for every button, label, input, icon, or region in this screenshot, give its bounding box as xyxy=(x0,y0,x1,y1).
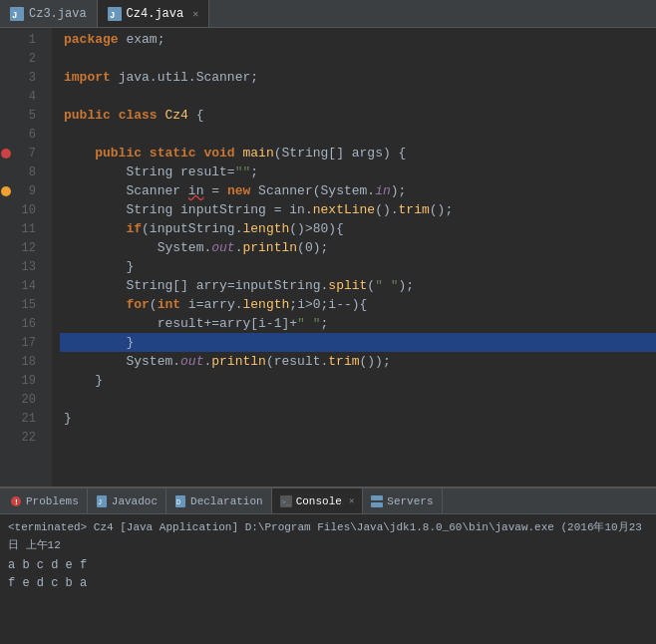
tab-cz3-label: Cz3.java xyxy=(29,7,87,21)
line-number-row: 22 xyxy=(0,428,52,447)
panel-tab-bar: ! Problems J Javadoc D Declaration xyxy=(0,488,656,514)
line-number: 21 xyxy=(12,412,40,426)
javadoc-icon: J xyxy=(96,495,108,507)
java-file-icon: J xyxy=(10,7,24,21)
tab-cz3[interactable]: J Cz3.java xyxy=(0,0,98,27)
line-number-row: 18 xyxy=(0,352,52,371)
line-number: 15 xyxy=(12,298,40,312)
tab-cz4-label: Cz4.java xyxy=(127,7,184,21)
tab-cz4-close[interactable]: ✕ xyxy=(192,8,198,20)
code-line: System.out.println(result.trim()); xyxy=(60,352,656,371)
gutter-empty xyxy=(0,314,12,333)
line-number-row: 7 xyxy=(0,144,52,162)
panel-tab-javadoc-label: Javadoc xyxy=(112,495,158,507)
code-line: } xyxy=(60,333,656,352)
svg-text:!: ! xyxy=(14,497,19,506)
gutter-empty xyxy=(0,30,12,49)
line-number-row: 16 xyxy=(0,314,52,333)
gutter-empty xyxy=(0,200,12,219)
gutter-empty xyxy=(0,295,12,314)
gutter-empty xyxy=(0,162,12,181)
gutter-empty xyxy=(0,238,12,257)
code-line: result+=arry[i-1]+" "; xyxy=(60,314,656,333)
code-line xyxy=(60,390,656,409)
svg-rect-13 xyxy=(371,502,383,507)
line-number-row: 5 xyxy=(0,106,52,125)
code-line: } xyxy=(60,409,656,428)
gutter-empty xyxy=(0,68,12,87)
editor-wrapper: 12345678910111213141516171819202122 pack… xyxy=(0,28,656,486)
line-number-row: 13 xyxy=(0,257,52,276)
line-number: 13 xyxy=(12,260,40,274)
line-number: 20 xyxy=(12,393,40,407)
bottom-panel: ! Problems J Javadoc D Declaration xyxy=(0,486,656,644)
line-number-row: 21 xyxy=(0,409,52,428)
line-number: 1 xyxy=(12,33,40,47)
code-line xyxy=(60,428,656,447)
line-number-row: 17 xyxy=(0,333,52,352)
svg-text:D: D xyxy=(176,498,180,506)
line-number: 14 xyxy=(12,279,40,293)
panel-tab-servers-label: Servers xyxy=(387,495,433,507)
line-number-row: 15 xyxy=(0,295,52,314)
declaration-icon: D xyxy=(174,495,186,507)
code-line xyxy=(60,87,656,106)
code-line: } xyxy=(60,257,656,276)
panel-tab-console-close[interactable]: ✕ xyxy=(349,495,354,506)
code-line: for(int i=arry.length;i>0;i--){ xyxy=(60,295,656,314)
line-number: 19 xyxy=(12,374,40,388)
gutter-empty xyxy=(0,125,12,144)
line-number-row: 2 xyxy=(0,49,52,68)
line-number-row: 11 xyxy=(0,219,52,238)
tab-cz4[interactable]: J Cz4.java ✕ xyxy=(98,0,210,27)
gutter-empty xyxy=(0,106,12,125)
line-number-row: 14 xyxy=(0,276,52,295)
svg-text:J: J xyxy=(98,498,102,506)
panel-tab-servers[interactable]: Servers xyxy=(363,488,442,513)
svg-text:J: J xyxy=(12,11,17,21)
line-number: 2 xyxy=(12,52,40,66)
gutter-empty xyxy=(0,390,12,409)
console-terminated-line: <terminated> Cz4 [Java Application] D:\P… xyxy=(8,518,648,554)
line-number: 17 xyxy=(12,336,40,350)
code-editor[interactable]: package exam;import java.util.Scanner;pu… xyxy=(52,28,656,486)
gutter-empty xyxy=(0,49,12,68)
line-number-row: 19 xyxy=(0,371,52,390)
warning-marker xyxy=(0,181,12,200)
servers-icon xyxy=(371,495,383,507)
gutter-empty xyxy=(0,352,12,371)
code-line: import java.util.Scanner; xyxy=(60,68,656,87)
line-number-row: 20 xyxy=(0,390,52,409)
line-number-row: 6 xyxy=(0,125,52,144)
line-numbers: 12345678910111213141516171819202122 xyxy=(0,28,52,447)
panel-tab-console[interactable]: >_ Console ✕ xyxy=(272,488,364,513)
line-number-row: 1 xyxy=(0,30,52,49)
code-line: } xyxy=(60,371,656,390)
panel-tab-javadoc[interactable]: J Javadoc xyxy=(88,488,166,513)
line-number: 8 xyxy=(12,165,40,179)
code-line: String result=""; xyxy=(60,162,656,181)
line-number: 18 xyxy=(12,355,40,369)
svg-text:>_: >_ xyxy=(281,497,291,506)
console-icon: >_ xyxy=(280,495,292,507)
breakpoint-marker xyxy=(0,144,12,162)
line-number: 10 xyxy=(12,203,40,217)
line-number-row: 8 xyxy=(0,162,52,181)
panel-tab-console-label: Console xyxy=(296,495,342,507)
gutter-empty xyxy=(0,371,12,390)
console-output-line2: f e d c b a xyxy=(8,574,648,592)
code-line: package exam; xyxy=(60,30,656,49)
panel-tab-declaration[interactable]: D Declaration xyxy=(166,488,272,513)
line-number: 16 xyxy=(12,317,40,331)
gutter-empty xyxy=(0,87,12,106)
line-number-row: 9 xyxy=(0,181,52,200)
panel-tab-problems[interactable]: ! Problems xyxy=(2,488,88,513)
code-line: if(inputString.length()>80){ xyxy=(60,219,656,238)
gutter-empty xyxy=(0,333,12,352)
gutter-empty xyxy=(0,428,12,447)
line-number: 12 xyxy=(12,241,40,255)
code-line: System.out.println(0); xyxy=(60,238,656,257)
problems-icon: ! xyxy=(10,495,22,507)
line-number: 6 xyxy=(12,128,40,142)
line-number: 9 xyxy=(12,184,40,198)
